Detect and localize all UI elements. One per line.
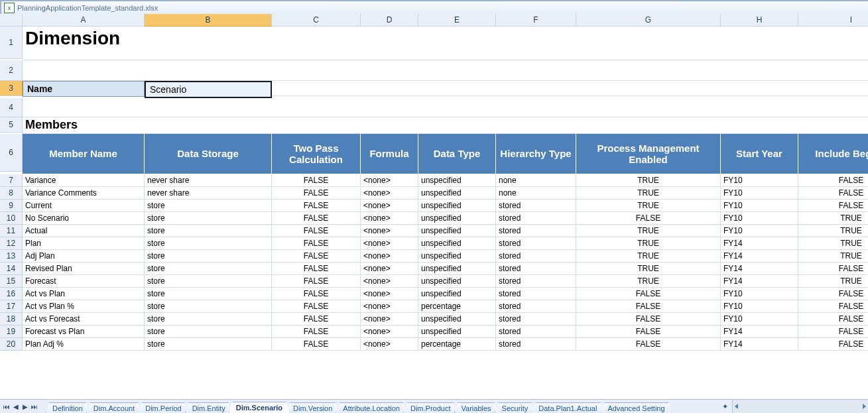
cell[interactable]: Act vs Plan %	[23, 300, 145, 313]
cell[interactable]: stored	[496, 263, 576, 275]
cell[interactable]: FALSE	[272, 200, 361, 212]
sheet-tab[interactable]: Dim.Scenario	[229, 402, 290, 413]
table-column-header[interactable]: Data Type	[418, 134, 496, 174]
cell[interactable]: TRUE	[798, 212, 868, 225]
cell[interactable]: FALSE	[576, 313, 721, 325]
cell[interactable]: store	[145, 313, 272, 325]
table-column-header[interactable]: Start Year	[721, 134, 798, 174]
column-header[interactable]: B	[145, 14, 272, 27]
sheet-tab[interactable]: Definition	[45, 402, 90, 413]
cell[interactable]: FALSE	[272, 250, 361, 263]
sheet-tab[interactable]: Dim.Entity	[185, 402, 233, 413]
cell[interactable]: FY14	[721, 338, 798, 351]
cell[interactable]: Forecast	[23, 275, 145, 288]
cell[interactable]: TRUE	[798, 250, 868, 263]
cell[interactable]: none	[496, 174, 576, 187]
column-header[interactable]: H	[721, 14, 798, 27]
cell[interactable]: <none>	[361, 225, 418, 237]
cell[interactable]: FY14	[721, 275, 798, 288]
table-column-header[interactable]: Formula	[361, 134, 418, 174]
row-header[interactable]: 20	[1, 338, 23, 351]
cell[interactable]: FALSE	[798, 338, 868, 351]
cell[interactable]: <none>	[361, 250, 418, 263]
cell[interactable]: TRUE	[576, 174, 721, 187]
sheet-tab[interactable]: Attribute.Location	[336, 402, 407, 413]
sheet-tab[interactable]: Data.Plan1.Actual	[531, 402, 604, 413]
row-header[interactable]: 9	[1, 200, 23, 212]
cell[interactable]: FY10	[721, 288, 798, 300]
cell[interactable]: store	[145, 200, 272, 212]
cell[interactable]: store	[145, 263, 272, 275]
cell[interactable]: FALSE	[576, 338, 721, 351]
column-header[interactable]: E	[418, 14, 496, 27]
cell[interactable]: stored	[496, 325, 576, 338]
cell[interactable]: FALSE	[272, 325, 361, 338]
cell[interactable]: stored	[496, 313, 576, 325]
cell[interactable]: stored	[496, 237, 576, 250]
cell[interactable]: FALSE	[798, 300, 868, 313]
row-header[interactable]: 1	[1, 27, 23, 59]
select-all-corner[interactable]	[1, 14, 23, 27]
cell[interactable]: FALSE	[272, 225, 361, 237]
cell[interactable]: TRUE	[798, 225, 868, 237]
cell[interactable]: FALSE	[576, 212, 721, 225]
tab-nav-prev-icon[interactable]: ◀	[12, 402, 20, 410]
cell[interactable]: store	[145, 225, 272, 237]
cell[interactable]: store	[145, 237, 272, 250]
cell[interactable]: TRUE	[576, 237, 721, 250]
cell[interactable]: store	[145, 325, 272, 338]
row-header[interactable]: 8	[1, 187, 23, 200]
sheet-tab[interactable]: Dim.Account	[86, 402, 142, 413]
cell[interactable]: Adj Plan	[23, 250, 145, 263]
row-header[interactable]: 6	[1, 134, 23, 172]
cell[interactable]: FY14	[721, 250, 798, 263]
cell[interactable]: FY10	[721, 225, 798, 237]
cell[interactable]: store	[145, 250, 272, 263]
sheet-tab[interactable]: Dim.Product	[403, 402, 458, 413]
cell[interactable]: unspecified	[418, 288, 496, 300]
cell[interactable]: Act vs Plan	[23, 288, 145, 300]
column-header[interactable]: F	[496, 14, 576, 27]
cell[interactable]: Variance	[23, 174, 145, 187]
cell[interactable]: Plan Adj %	[23, 338, 145, 351]
cell[interactable]: stored	[496, 275, 576, 288]
cell[interactable]: TRUE	[576, 263, 721, 275]
cell[interactable]: <none>	[361, 300, 418, 313]
cell[interactable]: stored	[496, 338, 576, 351]
table-column-header[interactable]: Include BegBal	[798, 134, 868, 174]
cell[interactable]: Current	[23, 200, 145, 212]
table-column-header[interactable]: Hierarchy Type	[496, 134, 576, 174]
horizontal-scrollbar[interactable]	[732, 400, 868, 413]
row-header[interactable]: 12	[1, 237, 23, 250]
cell[interactable]: No Scenario	[23, 212, 145, 225]
sheet-tab[interactable]: Dim.Version	[286, 402, 340, 413]
cell[interactable]: TRUE	[576, 225, 721, 237]
cell[interactable]: percentage	[418, 338, 496, 351]
cell[interactable]: <none>	[361, 313, 418, 325]
cell[interactable]: FALSE	[798, 200, 868, 212]
cell[interactable]: unspecified	[418, 275, 496, 288]
column-header[interactable]: C	[272, 14, 361, 27]
cell[interactable]: unspecified	[418, 250, 496, 263]
cell[interactable]: FALSE	[798, 288, 868, 300]
cell[interactable]: FALSE	[272, 300, 361, 313]
row-header[interactable]: 16	[1, 288, 23, 300]
cell[interactable]: FALSE	[576, 325, 721, 338]
cell[interactable]: unspecified	[418, 212, 496, 225]
cell[interactable]: store	[145, 275, 272, 288]
tab-nav-last-icon[interactable]: ⏭	[31, 402, 38, 410]
cell[interactable]: <none>	[361, 187, 418, 200]
cell[interactable]: unspecified	[418, 237, 496, 250]
cell[interactable]: FY14	[721, 237, 798, 250]
cell[interactable]: FY10	[721, 187, 798, 200]
cell[interactable]: stored	[496, 250, 576, 263]
cell[interactable]: <none>	[361, 325, 418, 338]
cell[interactable]: TRUE	[576, 200, 721, 212]
cell[interactable]: FALSE	[798, 187, 868, 200]
cell[interactable]: FALSE	[798, 325, 868, 338]
cell[interactable]: stored	[496, 225, 576, 237]
cell[interactable]: Plan	[23, 237, 145, 250]
cell[interactable]: FALSE	[272, 338, 361, 351]
cell[interactable]: FY14	[721, 263, 798, 275]
table-column-header[interactable]: Data Storage	[145, 134, 272, 174]
